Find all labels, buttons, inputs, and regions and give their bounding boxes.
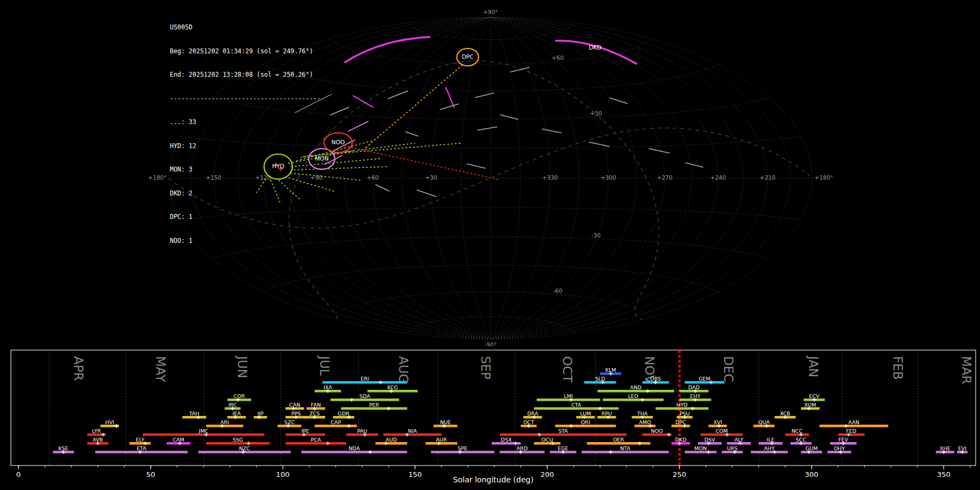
shower-bar-label: IRC	[229, 402, 237, 408]
shower-bar-label: ILE	[767, 437, 774, 443]
lat-label: -30	[591, 232, 601, 238]
meteor-trail	[376, 185, 389, 191]
shower-bar-label: NIA	[408, 428, 417, 434]
shower-bar-label: QUA	[758, 419, 770, 425]
shower-bar-label: CTA	[571, 402, 581, 408]
shower-bar	[656, 407, 708, 410]
shower-bar	[285, 442, 346, 445]
radiant-sky-map: +180°+150+120+90+60+30+330+300+270+240+2…	[0, 0, 980, 346]
shower-bar-label: NCC	[792, 428, 803, 434]
shower-bar-label: SLD	[595, 376, 605, 382]
tick-label: 0	[16, 470, 21, 479]
end-time: End: 20251202 13:28:08 (sol = 250.26°)	[170, 71, 321, 79]
meteor-trail	[589, 142, 609, 146]
shower-bar	[754, 425, 775, 427]
meteor-trail	[477, 127, 497, 130]
shower-bar-label: OCU	[542, 437, 553, 443]
meteor-trail	[511, 68, 529, 72]
meteor-trail	[446, 88, 454, 107]
shower-bar-label: LMI	[564, 393, 573, 399]
shower-bar-label: GDR	[338, 411, 350, 416]
meteor-trail	[348, 121, 368, 131]
meteor-trail	[353, 96, 373, 107]
meridian-line	[402, 17, 491, 339]
lon-label: +240	[710, 174, 726, 181]
shower-bar-label: FED	[846, 428, 856, 434]
lon-label: +30	[425, 174, 437, 181]
lat-label: -90°	[485, 341, 497, 347]
shower-bar-label: FAN	[311, 402, 321, 408]
x-axis-title: Solar longitude (deg)	[453, 475, 534, 484]
shower-bar-label: OER	[613, 437, 624, 443]
tick-label: 350	[937, 470, 951, 479]
shower-bar-label: ORI	[581, 419, 590, 425]
separator: ----------------------------------------	[170, 95, 321, 103]
shower-bar	[346, 433, 378, 436]
lat-label: +90°	[483, 9, 498, 15]
meteor-trail	[475, 93, 494, 97]
meteor-trail	[649, 149, 669, 153]
shower-bar-label: MON	[694, 445, 707, 451]
count-hyd: HYD: 12	[170, 142, 321, 150]
shower-bar-label: KSE	[58, 445, 68, 451]
shower-bar-label: DSX	[501, 437, 512, 443]
shower-bar-label: ERI	[360, 376, 369, 382]
shower-bar-label: CAP	[330, 419, 341, 425]
shower-bar	[838, 433, 865, 436]
parallel-line	[263, 64, 718, 91]
shower-bar	[751, 451, 788, 454]
shower-bar-label: COR	[234, 393, 245, 399]
shower-bar-label: RPU	[602, 411, 612, 416]
tick-label: 300	[805, 470, 818, 479]
lat-label: +60	[552, 54, 564, 61]
month-label: JAN	[806, 355, 820, 377]
tick-label: 150	[408, 470, 422, 479]
shower-bar-label: PSU	[679, 411, 690, 416]
shower-bar-label: OHY	[834, 445, 845, 451]
shower-map-label: NOO	[332, 139, 345, 145]
parallel-line	[263, 265, 718, 292]
shower-bar-label: NZC	[239, 445, 250, 451]
month-label: AUG	[396, 356, 411, 383]
shower-bar-label: LUM	[580, 411, 591, 416]
shower-bar-label: LEO	[628, 393, 639, 399]
dashed-circle	[298, 61, 659, 320]
count-noo: NOO: 1	[170, 237, 321, 245]
parallel-line	[330, 292, 652, 317]
tl-bars: KLMERISLDOBSGEMIXAKCGANDDADCORSDALMILEOE…	[53, 367, 967, 454]
shower-bar	[537, 399, 600, 401]
shower-bar	[130, 442, 151, 445]
shower-bar	[330, 399, 399, 401]
lat-label: -60	[553, 287, 562, 294]
shower-bar-label: STA	[558, 428, 568, 434]
shower-bar-label: EVI	[958, 445, 966, 451]
shower-bar-label: GEM	[699, 376, 710, 382]
shower-bar-label: XVI	[713, 419, 722, 425]
shower-bar	[634, 425, 656, 427]
shower-bar-label: SCC	[796, 437, 807, 443]
shower-bar	[722, 451, 743, 454]
shower-bar	[785, 433, 809, 436]
shower-bar-label: DKD	[675, 437, 687, 443]
meteor-trail	[345, 37, 430, 62]
parallel-line	[330, 39, 652, 64]
month-label: APR	[71, 356, 85, 381]
shower-bar-label: SPE	[458, 445, 468, 451]
lon-label: +210	[759, 174, 775, 181]
shower-bar-label: PER	[369, 402, 379, 408]
shower-bar	[801, 451, 822, 454]
meteor-trail	[388, 91, 408, 99]
shower-bar-label: ALY	[734, 437, 744, 443]
shower-activity-timeline: Solar longitude (deg) APRMAYJUNJULAUGSEP…	[0, 346, 980, 490]
shower-bar	[500, 433, 627, 436]
tick-label: 200	[541, 470, 554, 479]
meteor-trail	[417, 190, 436, 197]
shower-bar-label: ARD	[517, 445, 528, 451]
shower-bar	[685, 381, 725, 384]
shower-bar	[534, 442, 561, 445]
begin-time: Beg: 20251202 01:34:29 (sol = 249.76°)	[170, 47, 321, 56]
month-label: MAR	[959, 356, 973, 384]
lon-label: +60	[367, 174, 379, 181]
month-label: JUL	[317, 355, 332, 376]
meteor-trail	[685, 163, 703, 167]
